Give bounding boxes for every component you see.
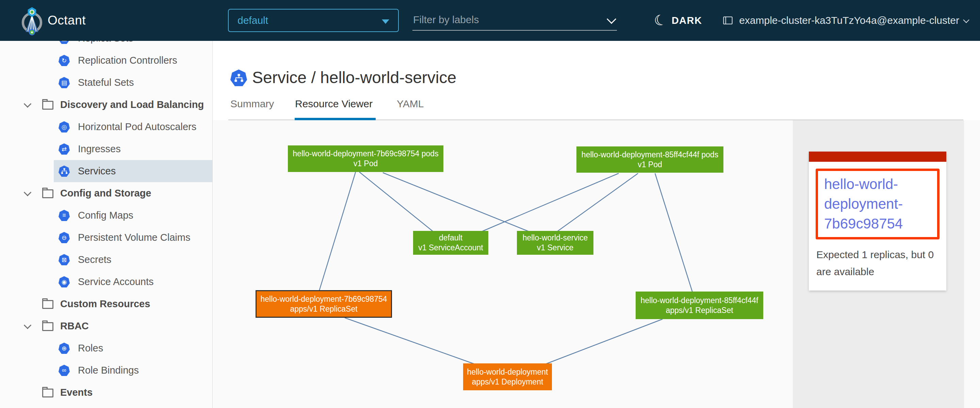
folder-icon <box>42 389 53 397</box>
config-maps-icon: ≡ <box>59 210 70 221</box>
dropdown-caret-icon <box>382 19 389 24</box>
sidebar-item-horizontal-pod-autoscalers[interactable]: ◎ Horizontal Pod Autoscalers <box>0 116 213 138</box>
app-name: Octant <box>48 0 86 41</box>
graph-node-service-hello-world-service[interactable]: hello-world-service v1 Service <box>517 231 593 255</box>
chevron-down-icon <box>963 17 969 23</box>
sidebar-item-replication-controllers[interactable]: ↻ Replication Controllers <box>0 49 213 72</box>
label-filter <box>412 10 617 31</box>
sidebar-item-ingresses[interactable]: ⇄ Ingresses <box>0 138 213 160</box>
folder-icon <box>42 300 53 309</box>
cluster-context-selector[interactable]: example-cluster-ka3TuTzYo4a@example-clus… <box>721 0 969 41</box>
sidebar-category-rbac[interactable]: RBAC <box>0 315 213 337</box>
moon-icon: ☾ <box>652 12 668 29</box>
selected-resource-link[interactable]: hello-world-deployment-7b69c98754 <box>824 174 931 234</box>
service-accounts-icon: ◉ <box>59 276 70 287</box>
roles-icon: ⊕ <box>59 343 70 354</box>
active-tab-underline <box>295 118 375 120</box>
replica-sets-icon: ▣ <box>59 41 70 44</box>
tab-summary[interactable]: Summary <box>231 98 274 110</box>
chevron-down-icon[interactable] <box>607 14 616 24</box>
resource-viewer-canvas: hello-world-deployment-7b69c98754 pods v… <box>213 120 980 408</box>
stateful-sets-icon: ▤ <box>59 77 70 88</box>
sidebar-item-stateful-sets[interactable]: ▤ Stateful Sets <box>0 72 213 94</box>
chevron-down-icon[interactable] <box>23 189 32 198</box>
selection-detail-panel: hello-world-deployment-7b69c98754 Expect… <box>793 120 964 408</box>
ingresses-icon: ⇄ <box>59 143 70 155</box>
graph-node-replicaset-7b69c98754-selected[interactable]: hello-world-deployment-7b69c98754 apps/v… <box>256 290 392 318</box>
navigation-sidebar: ▣ Replica Sets ↻ Replication Controllers… <box>0 41 213 408</box>
graph-node-deployment-hello-world-deployment[interactable]: hello-world-deployment apps/v1 Deploymen… <box>463 363 552 390</box>
theme-toggle-label: DARK <box>672 15 702 26</box>
sidebar-item-persistent-volume-claims[interactable]: ⊖ Persistent Volume Claims <box>0 226 213 249</box>
graph-node-replicaset-85ff4cf44f[interactable]: hello-world-deployment-85ff4cf44f apps/v… <box>636 292 763 319</box>
sidebar-item-service-accounts[interactable]: ◉ Service Accounts <box>0 271 213 293</box>
sidebar-item-services[interactable]: Services <box>0 160 213 182</box>
tab-resource-viewer[interactable]: Resource Viewer <box>295 98 372 110</box>
persistent-volume-claims-icon: ⊖ <box>59 232 70 243</box>
horizontal-pod-autoscalers-icon: ◎ <box>59 121 70 132</box>
chevron-down-icon[interactable] <box>23 100 32 109</box>
secrets-icon: ⊠ <box>59 254 70 265</box>
selection-highlight-ring: hello-world-deployment-7b69c98754 <box>816 169 940 239</box>
cluster-icon <box>721 14 734 27</box>
sidebar-item-secrets[interactable]: ⊠ Secrets <box>0 249 213 271</box>
folder-icon <box>42 190 53 198</box>
sidebar-item-role-bindings[interactable]: ∞ Role Bindings <box>0 359 213 381</box>
top-header-bar: Octant default ☾ DARK example-cluster-ka… <box>0 0 980 41</box>
services-icon <box>59 166 70 177</box>
sidebar-item-config-maps[interactable]: ≡ Config Maps <box>0 204 213 226</box>
role-bindings-icon: ∞ <box>59 365 70 376</box>
sidebar-category-custom-resources[interactable]: Custom Resources <box>0 293 213 315</box>
sidebar-category-discovery-and-load-balancing[interactable]: Discovery and Load Balancing <box>0 94 213 116</box>
octant-logo-icon <box>18 5 48 35</box>
replication-controllers-icon: ↻ <box>59 55 70 66</box>
graph-node-pod-85ff4cf44f[interactable]: hello-world-deployment-85ff4cf44f pods v… <box>576 147 724 173</box>
chevron-down-icon[interactable] <box>23 322 32 331</box>
folder-icon <box>42 101 53 110</box>
sidebar-item-roles[interactable]: ⊕ Roles <box>0 337 213 359</box>
graph-node-pod-7b69c98754[interactable]: hello-world-deployment-7b69c98754 pods v… <box>288 145 443 172</box>
graph-node-serviceaccount-default[interactable]: default v1 ServiceAccount <box>413 231 488 255</box>
page-title: Service / hello-world-service <box>252 68 456 87</box>
tab-yaml[interactable]: YAML <box>397 98 424 110</box>
card-status-bar <box>809 151 946 162</box>
theme-toggle-button[interactable]: ☾ DARK <box>654 0 702 41</box>
selected-resource-card: hello-world-deployment-7b69c98754 Expect… <box>809 151 946 290</box>
cluster-context-label: example-cluster-ka3TuTzYo4a@example-clus… <box>739 14 959 26</box>
sidebar-category-events[interactable]: Events <box>0 381 213 403</box>
namespace-dropdown-value: default <box>237 14 268 26</box>
label-filter-input[interactable] <box>412 10 598 29</box>
folder-icon <box>42 322 53 331</box>
namespace-dropdown[interactable]: default <box>228 9 399 32</box>
sidebar-category-config-and-storage[interactable]: Config and Storage <box>0 182 213 204</box>
sidebar-item-replica-sets[interactable]: ▣ Replica Sets <box>0 41 213 49</box>
replica-warning-message: Expected 1 replicas, but 0 are available <box>816 246 939 280</box>
service-icon <box>231 70 247 86</box>
